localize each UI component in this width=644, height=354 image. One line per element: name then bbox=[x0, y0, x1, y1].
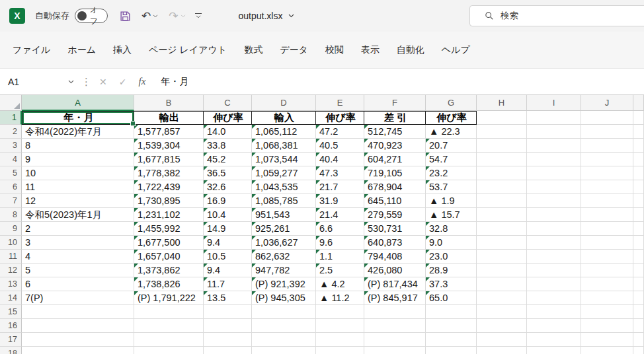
row-header-1[interactable]: 1 bbox=[0, 111, 22, 125]
cell-F6[interactable]: 678,904 bbox=[364, 180, 426, 194]
cell-B2[interactable]: 1,577,857 bbox=[134, 125, 204, 139]
cell-J2[interactable] bbox=[581, 125, 633, 139]
row-header-4[interactable]: 4 bbox=[0, 153, 22, 166]
cell-E11[interactable]: 1.1 bbox=[316, 250, 364, 264]
cell-C12[interactable]: 9.4 bbox=[204, 264, 252, 277]
cell-H9[interactable] bbox=[477, 222, 527, 236]
cell-C3[interactable]: 33.8 bbox=[204, 139, 252, 153]
cell-I14[interactable] bbox=[527, 291, 581, 305]
cell-D16[interactable] bbox=[252, 319, 316, 333]
row-header-7[interactable]: 7 bbox=[0, 194, 22, 208]
cell-I10[interactable] bbox=[527, 236, 581, 250]
cell-I13[interactable] bbox=[527, 277, 581, 291]
cell-A11[interactable]: 4 bbox=[22, 250, 134, 264]
cell-B17[interactable] bbox=[134, 333, 204, 347]
autosave-toggle[interactable]: オフ bbox=[75, 9, 108, 23]
cell-B1[interactable]: 輸出 bbox=[134, 111, 204, 125]
ribbon-tab-home[interactable]: ホーム bbox=[59, 32, 104, 68]
cell-D13[interactable]: (P) 921,392 bbox=[252, 277, 316, 291]
cell-B4[interactable]: 1,677,815 bbox=[134, 153, 204, 166]
row-header-11[interactable]: 11 bbox=[0, 250, 22, 264]
document-title[interactable]: output.xlsx bbox=[239, 11, 295, 21]
cell-J8[interactable] bbox=[581, 208, 633, 222]
cell-H5[interactable] bbox=[477, 166, 527, 180]
cell-J18[interactable] bbox=[581, 347, 633, 354]
cell-E12[interactable]: 2.5 bbox=[316, 264, 364, 277]
cell-F13[interactable]: (P) 817,434 bbox=[364, 277, 426, 291]
cell-H12[interactable] bbox=[477, 264, 527, 277]
column-header-G[interactable]: G bbox=[426, 95, 477, 111]
cell-E9[interactable]: 6.6 bbox=[316, 222, 364, 236]
row-header-10[interactable]: 10 bbox=[0, 236, 22, 250]
cancel-entry-button[interactable]: ✕ bbox=[93, 77, 113, 87]
cell-J6[interactable] bbox=[581, 180, 633, 194]
save-button[interactable] bbox=[120, 11, 131, 22]
cell-D2[interactable]: 1,065,112 bbox=[252, 125, 316, 139]
ribbon-tab-formulas[interactable]: 数式 bbox=[235, 32, 271, 68]
cell-H13[interactable] bbox=[477, 277, 527, 291]
cell-J11[interactable] bbox=[581, 250, 633, 264]
cell-B7[interactable]: 1,730,895 bbox=[134, 194, 204, 208]
cell-I8[interactable] bbox=[527, 208, 581, 222]
cell-H17[interactable] bbox=[477, 333, 527, 347]
cell-F15[interactable] bbox=[364, 305, 426, 319]
cell-H18[interactable] bbox=[477, 347, 527, 354]
cell-F1[interactable]: 差 引 bbox=[364, 111, 426, 125]
cell-A14[interactable]: 7(P) bbox=[22, 291, 134, 305]
cell-I9[interactable] bbox=[527, 222, 581, 236]
cell-G1[interactable]: 伸び率 bbox=[426, 111, 477, 125]
cell-I12[interactable] bbox=[527, 264, 581, 277]
row-header-3[interactable]: 3 bbox=[0, 139, 22, 153]
cell-B15[interactable] bbox=[134, 305, 204, 319]
row-header-8[interactable]: 8 bbox=[0, 208, 22, 222]
cell-A8[interactable]: 令和5(2023)年1月 bbox=[22, 208, 134, 222]
cell-D1[interactable]: 輸入 bbox=[252, 111, 316, 125]
cell-B8[interactable]: 1,231,102 bbox=[134, 208, 204, 222]
cell-A16[interactable] bbox=[22, 319, 134, 333]
cell-F5[interactable]: 719,105 bbox=[364, 166, 426, 180]
cell-E2[interactable]: 47.2 bbox=[316, 125, 364, 139]
ribbon-tab-automate[interactable]: 自動化 bbox=[388, 32, 433, 68]
cell-D17[interactable] bbox=[252, 333, 316, 347]
cell-C1[interactable]: 伸び率 bbox=[204, 111, 252, 125]
cell-A17[interactable] bbox=[22, 333, 134, 347]
cell-E15[interactable] bbox=[316, 305, 364, 319]
cell-E18[interactable] bbox=[316, 347, 364, 354]
cell-I2[interactable] bbox=[527, 125, 581, 139]
cell-F2[interactable]: 512,745 bbox=[364, 125, 426, 139]
cell-A5[interactable]: 10 bbox=[22, 166, 134, 180]
cell-D15[interactable] bbox=[252, 305, 316, 319]
cell-I15[interactable] bbox=[527, 305, 581, 319]
cell-C17[interactable] bbox=[204, 333, 252, 347]
cell-F14[interactable]: (P) 845,917 bbox=[364, 291, 426, 305]
cell-J16[interactable] bbox=[581, 319, 633, 333]
cell-G4[interactable]: 54.7 bbox=[426, 153, 477, 166]
cell-G5[interactable]: 23.2 bbox=[426, 166, 477, 180]
ribbon-tab-view[interactable]: 表示 bbox=[352, 32, 388, 68]
cell-A9[interactable]: 2 bbox=[22, 222, 134, 236]
cell-C5[interactable]: 36.5 bbox=[204, 166, 252, 180]
cell-H1[interactable] bbox=[477, 111, 527, 125]
ribbon-tab-review[interactable]: 校閲 bbox=[317, 32, 352, 68]
cell-G7[interactable]: ▲ 1.9 bbox=[426, 194, 477, 208]
cell-F12[interactable]: 426,080 bbox=[364, 264, 426, 277]
cell-I11[interactable] bbox=[527, 250, 581, 264]
insert-function-button[interactable]: fx bbox=[132, 76, 151, 87]
cell-C18[interactable] bbox=[204, 347, 252, 354]
cell-E5[interactable]: 47.3 bbox=[316, 166, 364, 180]
name-box[interactable]: A1 bbox=[0, 77, 79, 87]
cell-D7[interactable]: 1,085,785 bbox=[252, 194, 316, 208]
redo-dropdown-icon[interactable] bbox=[181, 15, 186, 18]
cell-G3[interactable]: 20.7 bbox=[426, 139, 477, 153]
cell-A1[interactable]: 年・月 bbox=[22, 111, 134, 125]
cell-I16[interactable] bbox=[527, 319, 581, 333]
row-header-5[interactable]: 5 bbox=[0, 166, 22, 180]
cell-E10[interactable]: 9.6 bbox=[316, 236, 364, 250]
cell-J9[interactable] bbox=[581, 222, 633, 236]
cell-J14[interactable] bbox=[581, 291, 633, 305]
quick-access-toolbar-overflow-button[interactable] bbox=[195, 13, 202, 18]
cell-J17[interactable] bbox=[581, 333, 633, 347]
cell-J5[interactable] bbox=[581, 166, 633, 180]
cell-H10[interactable] bbox=[477, 236, 527, 250]
cell-C10[interactable]: 9.4 bbox=[204, 236, 252, 250]
